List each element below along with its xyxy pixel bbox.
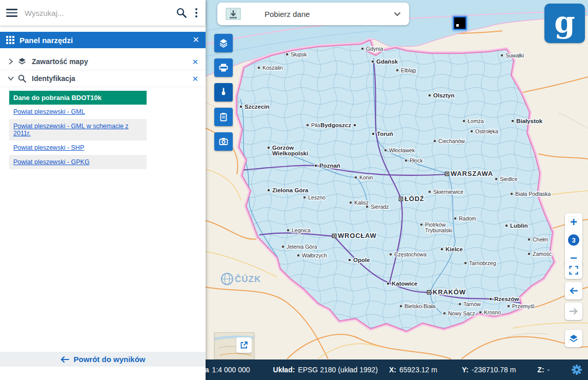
- svg-text:Toruń: Toruń: [377, 131, 393, 137]
- svg-text:Chełm: Chełm: [533, 236, 549, 243]
- svg-text:Elbląg: Elbląg: [401, 67, 416, 73]
- svg-text:WROCŁAW: WROCŁAW: [338, 232, 377, 239]
- scale-readout: Skala 1:4 000 000: [206, 366, 250, 374]
- identify-tool-button[interactable]: [214, 83, 233, 102]
- y-coordinate-readout: Y: -238710.78 m: [462, 366, 516, 374]
- next-view-button[interactable]: [565, 303, 582, 320]
- layers-tool-button[interactable]: [214, 34, 233, 52]
- svg-text:Biała Podlaska: Biała Podlaska: [515, 191, 551, 197]
- x-label: X:: [389, 366, 396, 374]
- download-data-dropdown[interactable]: Pobierz dane: [217, 3, 409, 25]
- download-link-gml-2011[interactable]: Powiat pleszewski - GML w schemacie z 20…: [9, 119, 147, 141]
- download-link-gml[interactable]: Powiat pleszewski - GML: [9, 105, 147, 119]
- svg-text:ČÚZK: ČÚZK: [235, 274, 261, 284]
- back-arrow-icon: [60, 356, 69, 363]
- zoom-control: + 3 −: [565, 213, 582, 267]
- svg-text:Przemyśl: Przemyśl: [512, 303, 534, 309]
- map-canvas[interactable]: MORZE BAŁTYCKIE ČÚZK: [206, 0, 588, 359]
- crs-value: EPSG 2180 (układ 1992): [298, 366, 378, 374]
- layers-icon: [218, 38, 229, 48]
- zoom-in-button[interactable]: +: [565, 214, 582, 230]
- svg-text:Szczecin: Szczecin: [245, 104, 270, 110]
- geoportal-app: MORZE BAŁTYCKIE ČÚZK: [0, 0, 588, 380]
- z-coordinate-readout: Z: -: [537, 366, 550, 374]
- arrow-left-icon: [569, 287, 578, 294]
- previous-view-button[interactable]: [565, 282, 582, 299]
- svg-text:Kalisz: Kalisz: [354, 199, 369, 206]
- svg-text:Tarnów: Tarnów: [463, 301, 481, 307]
- city-marker: Włocławek: [384, 147, 415, 153]
- section-identification[interactable]: Identyfikacja ✕: [0, 70, 206, 87]
- arrow-right-icon: [569, 308, 578, 315]
- svg-text:Włocławek: Włocławek: [389, 147, 415, 153]
- crs-label: Układ:: [273, 366, 295, 374]
- city-marker: Skierniewice: [429, 189, 464, 195]
- section-close-icon[interactable]: ✕: [192, 58, 198, 66]
- svg-text:Zielona Góra: Zielona Góra: [272, 187, 309, 193]
- city-marker: Częstochowa: [390, 251, 427, 257]
- section-label: Zawartość mapy: [32, 57, 88, 66]
- svg-text:Białystok: Białystok: [516, 118, 543, 124]
- clipboard-icon: [218, 112, 229, 122]
- fullscreen-button[interactable]: [565, 262, 582, 279]
- svg-text:Płock: Płock: [410, 157, 423, 164]
- svg-text:Bydgoszcz: Bydgoszcz: [320, 122, 351, 128]
- section-close-icon[interactable]: ✕: [192, 75, 198, 83]
- city-marker: WROCŁAW: [333, 232, 377, 239]
- map-download-icon: [226, 7, 241, 21]
- z-value: -: [548, 366, 550, 374]
- svg-text:Ciechanów: Ciechanów: [438, 138, 465, 144]
- y-label: Y:: [462, 366, 469, 374]
- city-marker: Białystok: [512, 118, 543, 124]
- svg-text:Kielce: Kielce: [445, 246, 463, 252]
- overview-minimap[interactable]: [214, 332, 254, 359]
- city-marker: Nowy Sącz: [443, 310, 475, 316]
- svg-text:Skierniewice: Skierniewice: [433, 189, 463, 195]
- city-marker: WARSZAWA: [445, 170, 493, 177]
- z-label: Z:: [537, 366, 544, 374]
- search-options-icon[interactable]: [193, 6, 199, 19]
- svg-text:Nowy Sącz: Nowy Sącz: [448, 310, 475, 316]
- search-input[interactable]: [25, 9, 176, 17]
- city-marker: Ciechanów: [434, 138, 465, 144]
- search-bar: [0, 0, 206, 26]
- basemap-switcher-button[interactable]: [565, 330, 582, 347]
- status-bar: Skala 1:4 000 000 Układ: EPSG 2180 (ukła…: [206, 359, 588, 380]
- side-panel: Panel narzędzi ✕ Zawartość mapy ✕: [0, 0, 206, 380]
- minimap-expand-button[interactable]: [236, 337, 252, 353]
- print-tool-button[interactable]: [214, 58, 233, 77]
- svg-text:Zamość: Zamość: [533, 251, 552, 257]
- settings-button[interactable]: [570, 363, 584, 377]
- download-link-gpkg[interactable]: Powiat pleszewski - GPKG: [9, 155, 147, 169]
- tools-panel-header: Panel narzędzi ✕: [0, 32, 206, 48]
- svg-text:Suwałki: Suwałki: [505, 52, 524, 58]
- city-marker: Katowice: [387, 281, 418, 287]
- city-marker: Bydgoszcz: [320, 122, 356, 128]
- search-icon[interactable]: [176, 7, 187, 18]
- svg-text:Bielsko-Biała: Bielsko-Biała: [404, 303, 436, 309]
- open-in-new-icon: [240, 341, 248, 349]
- svg-text:Piła: Piła: [311, 122, 320, 128]
- svg-text:Łomża: Łomża: [468, 118, 484, 124]
- panel-sections: Zawartość mapy ✕ Identyfikacja ✕: [0, 48, 206, 87]
- chevron-down-icon: [394, 12, 401, 16]
- scale-value: 1:4 000 000: [212, 366, 250, 374]
- clipboard-tool-button[interactable]: [214, 108, 233, 126]
- svg-text:KRAKÓW: KRAKÓW: [433, 288, 466, 296]
- menu-hamburger-icon[interactable]: [6, 7, 17, 19]
- back-to-results-button[interactable]: Powrót do wyników: [0, 352, 206, 367]
- screenshot-tool-button[interactable]: [214, 132, 233, 151]
- svg-text:Legnica: Legnica: [292, 227, 311, 233]
- geoportal-logo[interactable]: g: [544, 4, 585, 43]
- download-link-shp[interactable]: Powiat pleszewski - SHP: [9, 141, 147, 155]
- section-map-contents[interactable]: Zawartość mapy ✕: [0, 53, 206, 70]
- map-marker-chip[interactable]: [453, 16, 467, 30]
- svg-text:WARSZAWA: WARSZAWA: [451, 170, 493, 177]
- y-value: -238710.78 m: [472, 366, 516, 374]
- svg-text:Olsztyn: Olsztyn: [433, 92, 455, 98]
- back-button-label: Powrót do wyników: [73, 355, 145, 364]
- city-marker: Szczecin: [240, 104, 270, 110]
- panel-close-icon[interactable]: ✕: [193, 36, 199, 44]
- svg-text:Wałbrzych: Wałbrzych: [302, 252, 327, 258]
- svg-text:Siedlce: Siedlce: [500, 176, 518, 182]
